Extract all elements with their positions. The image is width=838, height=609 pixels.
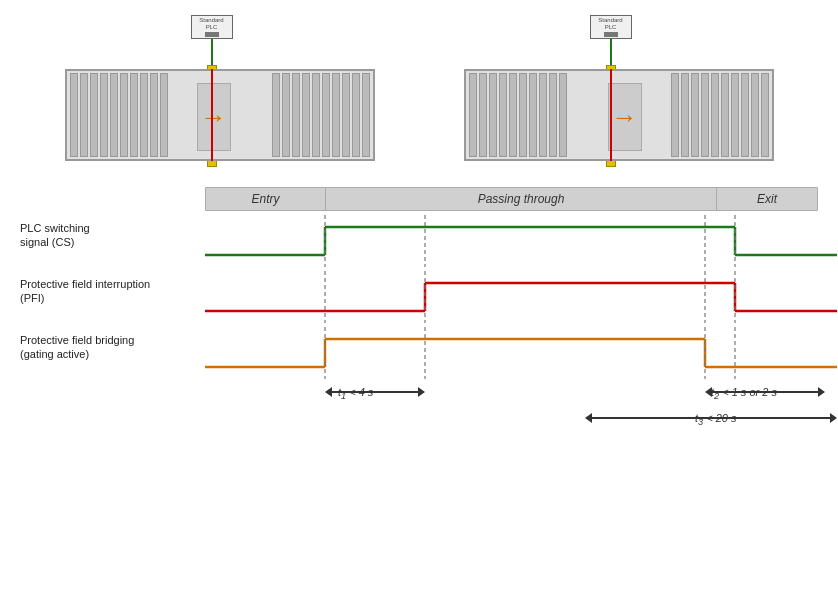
- time-row-2: t3 < 20 s: [20, 407, 818, 429]
- red-line-right-diagram: [610, 69, 612, 161]
- signal-row-gating: Protective field bridging(gating active): [20, 327, 818, 379]
- gating-graph: [205, 327, 837, 379]
- cs-graph: [205, 215, 837, 267]
- right-diagram: StandardPLC: [464, 15, 774, 175]
- bars-left-left: [67, 71, 197, 159]
- timing-section: Entry Passing through Exit PLC switching…: [20, 187, 818, 429]
- plc-label-left: StandardPLC: [199, 17, 223, 30]
- left-diagram: StandardPLC: [65, 15, 375, 175]
- phase-bar: Entry Passing through Exit: [205, 187, 818, 211]
- arrow-icon-left: →: [201, 102, 227, 133]
- time-row-1: t1 < 4 s t2 < 1 s or 2 s: [20, 381, 818, 403]
- t3-label: t3 < 20 s: [695, 412, 736, 427]
- gating-label-text: Protective field bridging(gating active): [20, 334, 134, 360]
- pfi-label: Protective field interruption(PFI): [20, 271, 205, 306]
- t1-arrow-right: [418, 387, 425, 397]
- plc-label-right: StandardPLC: [598, 17, 622, 30]
- curtain-frame-left: →: [65, 69, 375, 161]
- t1-arrow-left: [325, 387, 332, 397]
- phase-passing: Passing through: [326, 188, 717, 210]
- t2-label: t2 < 1 s or 2 s: [711, 386, 777, 401]
- plc-screen-right: [604, 32, 618, 37]
- time-annotation-1: t1 < 4 s t2 < 1 s or 2 s: [205, 381, 818, 403]
- t1-label: t1 < 4 s: [338, 386, 373, 401]
- curtain-frame-right: →: [464, 69, 774, 161]
- phase-entry: Entry: [206, 188, 326, 210]
- cs-label-text: PLC switchingsignal (CS): [20, 222, 90, 248]
- pfi-label-text: Protective field interruption(PFI): [20, 278, 150, 304]
- cs-svg: [205, 215, 837, 267]
- bars-right-left: [243, 71, 373, 159]
- arrow-icon-right: →: [612, 102, 638, 133]
- t3-arrow-right: [830, 413, 837, 423]
- pfi-graph: [205, 271, 837, 323]
- arrow-box-right: →: [608, 83, 642, 151]
- diagrams-row: StandardPLC: [20, 15, 818, 175]
- plc-screen-left: [205, 32, 219, 37]
- signal-row-cs: PLC switchingsignal (CS): [20, 215, 818, 267]
- cs-label: PLC switchingsignal (CS): [20, 215, 205, 250]
- red-line-left-diagram: [211, 69, 213, 161]
- gating-label: Protective field bridging(gating active): [20, 327, 205, 362]
- bars-left-right: [466, 71, 596, 159]
- arrow-box-left: →: [197, 83, 231, 151]
- time-annotation-2: t3 < 20 s: [205, 407, 818, 429]
- t2-arrow-right: [818, 387, 825, 397]
- signal-row-pfi: Protective field interruption(PFI): [20, 271, 818, 323]
- t3-arrow-left: [585, 413, 592, 423]
- pfi-svg: [205, 271, 837, 323]
- phase-exit: Exit: [717, 188, 817, 210]
- main-container: StandardPLC: [0, 0, 838, 609]
- phase-row: Entry Passing through Exit: [20, 187, 818, 211]
- plc-box-left: StandardPLC: [191, 15, 233, 39]
- plc-box-right: StandardPLC: [590, 15, 632, 39]
- bars-right-right: [642, 71, 772, 159]
- gating-svg: [205, 327, 837, 379]
